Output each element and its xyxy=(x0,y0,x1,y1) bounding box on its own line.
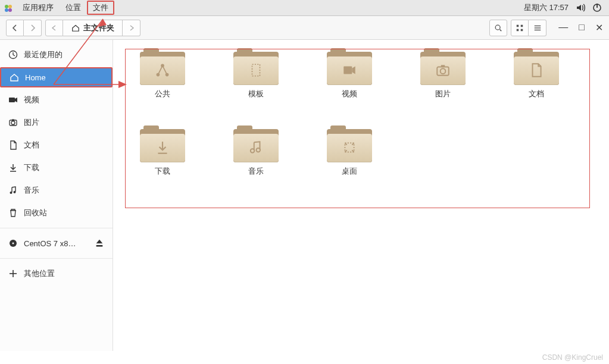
menu-places[interactable]: 位置 xyxy=(60,1,87,15)
search-button[interactable] xyxy=(489,20,507,36)
sidebar-item-trash[interactable]: 回收站 xyxy=(0,202,113,224)
svg-rect-16 xyxy=(9,98,15,102)
volume-icon[interactable] xyxy=(572,3,589,13)
sidebar-item-video[interactable]: 视频 xyxy=(0,89,113,111)
path-current[interactable]: 主文件夹 xyxy=(63,20,123,36)
sidebar-item-pictures[interactable]: 图片 xyxy=(0,111,113,134)
toolbar: 主文件夹 — □ ✕ xyxy=(0,16,609,40)
svg-rect-10 xyxy=(517,29,519,31)
svg-point-0 xyxy=(5,5,8,8)
folder-label: 下载 xyxy=(155,166,170,177)
svg-rect-31 xyxy=(252,64,260,76)
window-close-button[interactable]: ✕ xyxy=(595,22,603,33)
doc-icon xyxy=(529,62,544,80)
svg-point-24 xyxy=(13,243,14,244)
video-icon xyxy=(342,62,357,80)
share-icon xyxy=(155,62,170,80)
path-back-button[interactable] xyxy=(45,20,63,36)
svg-rect-9 xyxy=(521,24,523,27)
nav-next-button[interactable] xyxy=(24,20,42,36)
path-forward-button[interactable] xyxy=(123,20,140,36)
sidebar-item-label: CentOS 7 x8… xyxy=(24,239,76,248)
watermark: CSDN @KingCruel xyxy=(542,353,603,362)
sidebar-item-label: Home xyxy=(25,73,46,82)
folder-item[interactable]: 模板 xyxy=(209,42,302,120)
folder-item[interactable]: 文档 xyxy=(489,42,583,120)
folder-icon xyxy=(327,125,372,162)
window-maximize-button[interactable]: □ xyxy=(579,22,585,33)
sidebar-item-disk[interactable]: CentOS 7 x8… xyxy=(0,232,113,255)
menu-files[interactable]: 文件 xyxy=(87,1,114,15)
folder-item[interactable]: 图片 xyxy=(396,42,489,120)
folder-item[interactable]: 音乐 xyxy=(209,120,302,197)
svg-rect-11 xyxy=(521,29,523,31)
svg-point-2 xyxy=(5,8,8,12)
folder-item[interactable]: 桌面 xyxy=(302,120,396,197)
template-icon xyxy=(248,62,264,80)
sidebar: 最近使用的 Home 视频 图片 文档 下载 音乐 回收站 xyxy=(0,40,113,351)
folder-label: 桌面 xyxy=(342,166,357,177)
svg-point-37 xyxy=(250,149,254,152)
svg-point-6 xyxy=(496,25,501,30)
svg-point-21 xyxy=(10,192,13,194)
camera-icon xyxy=(435,62,451,80)
folder-icon xyxy=(233,125,279,162)
view-icons-button[interactable] xyxy=(511,20,529,36)
power-icon[interactable] xyxy=(589,3,605,13)
menu-applications[interactable]: 应用程序 xyxy=(17,1,60,15)
sidebar-item-home[interactable]: Home xyxy=(0,67,113,87)
music-icon xyxy=(248,140,264,157)
system-logo-icon xyxy=(4,3,13,12)
path-label: 主文件夹 xyxy=(83,23,114,33)
svg-point-22 xyxy=(14,191,16,193)
top-menubar: 应用程序 位置 文件 星期六 17:57 xyxy=(0,0,609,16)
sidebar-item-docs[interactable]: 文档 xyxy=(0,134,113,156)
window-minimize-button[interactable]: — xyxy=(558,22,568,33)
folder-item[interactable]: 下载 xyxy=(115,120,209,197)
folder-label: 公共 xyxy=(155,89,170,99)
view-list-button[interactable] xyxy=(529,20,546,36)
folder-label: 音乐 xyxy=(248,166,264,177)
sidebar-item-music[interactable]: 音乐 xyxy=(0,179,113,202)
svg-rect-19 xyxy=(12,120,14,121)
eject-icon[interactable] xyxy=(95,238,104,249)
svg-line-7 xyxy=(500,29,502,31)
svg-rect-25 xyxy=(96,245,103,247)
folder-icon xyxy=(140,48,185,85)
sidebar-item-label: 视频 xyxy=(24,95,39,105)
sidebar-item-other[interactable]: 其他位置 xyxy=(0,262,113,285)
folder-item[interactable]: 公共 xyxy=(115,42,209,120)
folder-label: 视频 xyxy=(342,89,357,99)
folder-icon xyxy=(140,125,185,162)
content-area: 公共 模板 视频 图片 文档 下载 音乐 xyxy=(113,40,609,351)
folder-icon xyxy=(514,48,559,85)
sidebar-item-label: 图片 xyxy=(24,117,39,128)
folder-item[interactable]: 视频 xyxy=(302,42,396,120)
sidebar-item-label: 音乐 xyxy=(24,185,39,196)
nav-prev-button[interactable] xyxy=(6,20,24,36)
folder-label: 图片 xyxy=(435,89,451,99)
svg-rect-35 xyxy=(441,65,445,67)
svg-point-38 xyxy=(256,148,260,152)
folder-grid: 公共 模板 视频 图片 文档 下载 音乐 xyxy=(115,42,607,197)
sidebar-item-label: 回收站 xyxy=(24,208,47,218)
desktop-icon xyxy=(342,140,357,157)
svg-point-3 xyxy=(8,8,12,12)
folder-icon xyxy=(233,48,279,85)
clock-text[interactable]: 星期六 17:57 xyxy=(520,2,572,13)
download-icon xyxy=(155,140,170,157)
sidebar-item-label: 下载 xyxy=(24,162,39,173)
svg-rect-32 xyxy=(343,66,352,74)
sidebar-item-label: 文档 xyxy=(24,140,39,150)
folder-icon xyxy=(327,48,372,85)
folder-label: 模板 xyxy=(248,89,264,99)
sidebar-item-recent[interactable]: 最近使用的 xyxy=(0,43,113,66)
folder-icon xyxy=(420,48,466,85)
svg-point-34 xyxy=(440,68,445,74)
sidebar-item-label: 其他位置 xyxy=(24,268,55,279)
sidebar-item-downloads[interactable]: 下载 xyxy=(0,156,113,179)
svg-point-1 xyxy=(8,5,12,8)
svg-rect-8 xyxy=(517,24,519,27)
folder-label: 文档 xyxy=(529,89,544,99)
sidebar-item-label: 最近使用的 xyxy=(24,49,63,60)
